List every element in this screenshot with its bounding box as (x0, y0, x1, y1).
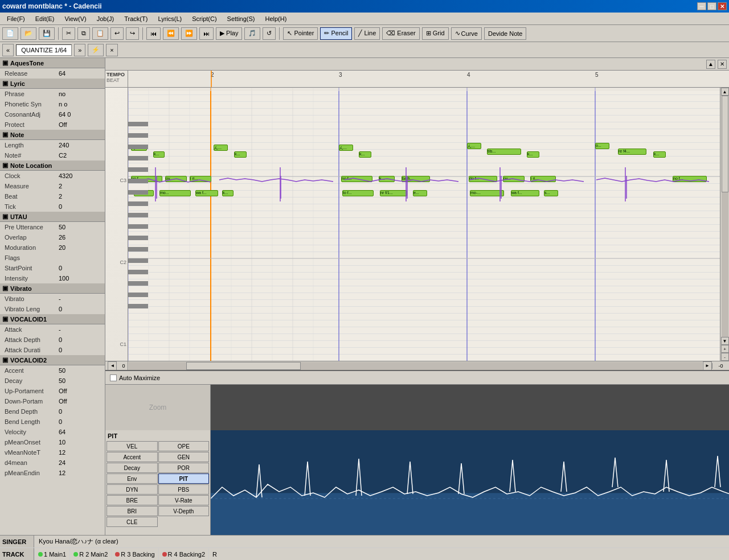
menu-view[interactable]: View(V) (60, 14, 91, 23)
note-block[interactable]: ov... (165, 176, 187, 182)
track-1[interactable]: 1 Main1 (34, 549, 69, 560)
scroll-thumb[interactable] (722, 96, 728, 192)
note-block[interactable]: mo-... (470, 190, 504, 196)
vertical-scrollbar[interactable]: ▲ ▼ + - (720, 88, 729, 361)
pit-graph[interactable] (211, 430, 729, 535)
pit-decay-btn[interactable]: Decay (107, 463, 158, 473)
pit-vel-btn[interactable]: VEL (107, 441, 158, 451)
pit-bri-btn[interactable]: BRI (107, 506, 158, 516)
pit-gen-btn[interactable]: GEN (158, 452, 210, 462)
cut-button[interactable]: ✂ (62, 27, 75, 40)
note-block[interactable]: k... (222, 190, 234, 196)
note-block[interactable]: i ri... (190, 176, 211, 182)
auto-maximize-checkbox[interactable] (110, 374, 117, 381)
menu-file[interactable]: File(F) (2, 14, 30, 23)
note-block[interactable]: o... (595, 143, 609, 149)
note-block[interactable]: ov... (503, 176, 525, 182)
section-vibrato[interactable]: ▣ Vibrato (0, 283, 105, 294)
note-block[interactable]: mo... (159, 190, 191, 196)
new-button[interactable]: 📄 (2, 27, 18, 40)
track-4[interactable]: R 4 Backing2 (158, 549, 208, 560)
panel-close-button[interactable]: ✕ (718, 60, 727, 69)
tool-btn1[interactable]: ⚡ (88, 44, 104, 56)
note-block[interactable]: ん... (214, 145, 228, 151)
pencil-tool[interactable]: ✏ Pencil (320, 27, 352, 40)
h-scroll-thumb[interactable] (186, 362, 301, 370)
note-block[interactable]: ba h... (402, 176, 430, 182)
note-block[interactable]: i ri... (530, 176, 556, 182)
track-2[interactable]: R 2 Main2 (69, 549, 111, 560)
tool-btn2[interactable]: × (106, 44, 117, 56)
quantize-next[interactable]: » (74, 44, 85, 56)
quantize-prev[interactable]: « (2, 44, 14, 56)
note-block[interactable]: no f... (673, 176, 707, 182)
collapse-aquestone[interactable]: ▣ (2, 59, 8, 67)
curve-tool[interactable]: ∿ Curve (451, 27, 482, 40)
eraser-tool[interactable]: ⌫ Eraser (382, 27, 419, 40)
section-note[interactable]: ▣ Note (0, 130, 105, 140)
note-block[interactable]: do f... (469, 176, 497, 182)
menu-lyrics[interactable]: Lyrics(L) (153, 14, 186, 23)
line-tool[interactable]: ╱ Line (354, 27, 380, 40)
pit-vrate-btn[interactable]: V-Rate (158, 495, 210, 505)
pit-vdepth-btn[interactable]: V-Depth (158, 506, 210, 516)
h-scroll-track[interactable] (129, 362, 702, 370)
menu-edit[interactable]: Edit(E) (31, 14, 59, 23)
pit-cle-btn[interactable]: CLE (107, 517, 158, 527)
note-block[interactable]: k... (359, 151, 371, 158)
forward-end-button[interactable]: ⏭ (199, 27, 214, 40)
pit-accent-btn[interactable]: Accent (107, 452, 158, 462)
menu-track[interactable]: Track(T) (120, 14, 152, 23)
scroll-track[interactable] (722, 96, 728, 337)
stop-button[interactable]: ↺ (263, 27, 276, 40)
rewind-begin-button[interactable]: ⏮ (146, 27, 161, 40)
save-button[interactable]: 💾 (39, 27, 55, 40)
scroll-down-button[interactable]: ▼ (721, 337, 729, 345)
scroll-collapse-button[interactable]: - (721, 353, 729, 361)
section-aquestone[interactable]: ▣ AquesTone (0, 58, 105, 68)
paste-button[interactable]: 📋 (92, 27, 108, 40)
note-block[interactable]: s... (544, 190, 558, 196)
close-button[interactable]: ✕ (718, 2, 727, 10)
pit-por-btn[interactable]: POR (158, 463, 210, 473)
pointer-tool[interactable]: ↖ Pointer (283, 27, 318, 40)
pit-pit-btn[interactable]: PIT (158, 473, 210, 484)
pit-bre-btn[interactable]: BRE (107, 495, 158, 505)
grid-tool[interactable]: ⊞ Grid (422, 27, 449, 40)
panel-minimize-button[interactable]: ▲ (706, 60, 715, 69)
play-button[interactable]: ▶ Play (216, 27, 242, 40)
note-block[interactable]: k... (379, 176, 395, 182)
menu-job[interactable]: Job(J) (92, 14, 119, 23)
note-block[interactable]: k... (234, 151, 247, 158)
note-block[interactable]: tils... (487, 149, 521, 155)
copy-button[interactable]: ⧉ (77, 27, 90, 40)
menu-help[interactable]: Help(H) (261, 14, 292, 23)
note-block[interactable]: e... (413, 190, 427, 196)
menu-script[interactable]: Script(C) (187, 14, 221, 23)
open-button[interactable]: 📂 (21, 27, 36, 40)
note-block[interactable]: no f... (341, 176, 372, 182)
h-scroll-next[interactable]: ► (703, 361, 712, 370)
pit-ope-btn[interactable]: OPE (158, 441, 210, 451)
note-block[interactable]: re f4... (618, 149, 646, 155)
note-block[interactable]: ん... (339, 145, 353, 151)
render-button[interactable]: 🎵 (244, 27, 260, 40)
section-lyric[interactable]: ▣ Lyric (0, 79, 105, 89)
devide-tool[interactable]: Devide Note (484, 27, 527, 40)
scroll-expand-button[interactable]: + (721, 345, 729, 353)
note-block[interactable]: k... (653, 151, 666, 158)
maximize-button[interactable]: □ (707, 2, 716, 10)
note-block[interactable]: wa f... (195, 190, 218, 196)
note-grid[interactable]: ん... k... ん... k... no f... ov... i ri..… (128, 88, 720, 361)
section-utau[interactable]: ▣ UTAU (0, 212, 105, 222)
note-block[interactable]: to f... (342, 190, 374, 196)
pit-env-btn[interactable]: Env (107, 473, 158, 484)
pit-pbs-btn[interactable]: PBS (158, 484, 210, 495)
section-note-location[interactable]: ▣ Note Location (0, 160, 105, 171)
redo-button[interactable]: ↪ (126, 27, 139, 40)
scroll-up-button[interactable]: ▲ (721, 88, 729, 96)
note-block[interactable]: k... (153, 151, 165, 158)
note-block[interactable]: wa f... (511, 190, 539, 196)
section-vocaloid1[interactable]: ▣ VOCALOID1 (0, 314, 105, 324)
forward-button[interactable]: ⏩ (181, 27, 197, 40)
